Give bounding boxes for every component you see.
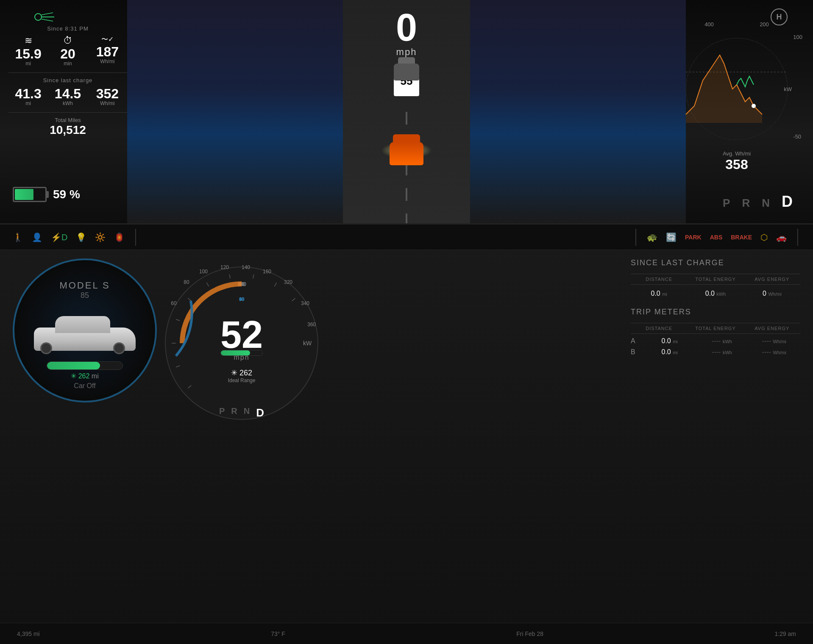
bottom-screen: 🚶 👤 ⚡D 💡 🔆 🏮 🐢 🔄 PARK ABS BRAKE ⬡ 🚗 MODE… [0,225,813,644]
stat-time-unit: min [48,61,87,67]
chart-label-200: 200 [760,21,769,28]
range-text: ✳ 262 mi [71,372,99,380]
stat-time-value: 20 [48,47,87,61]
chart-container: kW [677,30,796,148]
trip-meters-title: TRIP METERS [631,308,800,316]
speedometer: 20 40 60 80 100 120 140 15 30 60 kW 60 [161,263,322,424]
since-charge-label: Since last charge [8,77,127,83]
speed-value: 0 [396,8,417,47]
range-bar-container [47,361,123,370]
charge-val-energy: 0.0 kWh [687,290,743,297]
trip-a-energy: ---- kWh [696,337,748,345]
car-info-circle: MODEL S 85 ✳ 262 mi Car Off [13,258,157,402]
speed-display: 0 mph [396,8,417,58]
range-unit: mi [92,372,99,380]
bottom-info-bar: 4,395 mi 73° F Fri Feb 28 1:29 am [0,623,813,644]
chart-labels-top: 400 200 [669,21,805,28]
car-off-text: Car Off [74,382,95,390]
col-distance: DISTANCE [631,277,687,282]
since-charge-headers: DISTANCE TOTAL ENERGY AVG ENERGY [631,274,800,285]
following-car [394,64,419,80]
speedo-number: 52 [220,316,263,354]
bottom-mileage: 4,395 mi [17,630,40,637]
car-image-area [30,304,140,355]
warn-icon-turtle: 🐢 [647,232,657,242]
col-total-energy: TOTAL ENERGY [687,277,743,282]
total-miles: Total Miles 10,512 [8,117,127,137]
warn-icon-seatbelt: 🚶 [13,232,23,242]
range-icon: ✳ [71,372,78,380]
energy-chart: 400 200 kW 100 -50 [669,21,805,182]
warn-icon-light2: 🔆 [95,232,106,242]
gear-d-active: D [782,193,796,211]
car-visualization [364,55,449,174]
avg-wh-section: Avg. Wh/mi 358 [669,150,805,172]
left-stats-panel: Since 8:31 PM ≋ 15.9 mi ⏱ 20 min 〜✓ 187 … [8,25,127,137]
warn-icon-battery-green: ⚡D [51,232,67,242]
chart-label-100: 100 [793,34,802,40]
avg-wh-label: Avg. Wh/mi [669,150,805,157]
time-icon: ⏱ [48,35,87,46]
stat-efficiency: 〜✓ 187 Wh/mi [88,35,127,67]
since-charge-data-row: 0.0 mi 0.0 kWh 0 Wh/mi [631,288,800,299]
stat-efficiency-value: 187 [88,45,127,58]
trip-row-b: B 0.0 mi ---- kWh ---- Wh/mi [631,348,800,356]
efficiency-icon: 〜✓ [88,35,127,44]
charge-val-avg: 0 Wh/mi [744,290,800,297]
gear-b-p: P [219,406,225,419]
range-bar-fill [47,362,100,369]
bottom-time: 1:29 am [774,630,796,637]
stat-distance-unit: mi [8,61,48,67]
battery-section: 59 % [13,187,80,202]
charge-distance-unit: mi [8,100,48,106]
divider-2 [8,112,127,113]
charge-unit-avg: Wh/mi [768,291,781,297]
gear-p: P [723,197,733,210]
charge-distance-value: 41.3 [8,87,48,100]
trip-b-avg: ---- Wh/mi [748,348,800,356]
charge-energy: 14.5 kWh [48,87,87,106]
gear-b-n: N [244,406,250,419]
svg-marker-7 [686,55,762,123]
warn-icon-brake: BRAKE [731,234,752,241]
divider-1 [8,72,127,73]
bottom-temp: 73° F [271,630,285,637]
warn-separator-2 [635,229,636,246]
right-stats-panel: SINCE LAST CHARGE DISTANCE TOTAL ENERGY … [631,258,800,364]
chart-label-neg50: -50 [793,133,802,140]
trip-headers: DISTANCE TOTAL ENERGY AVG ENERGY [631,323,800,334]
trip-col-total-energy: TOTAL ENERGY [687,326,743,331]
gear-n: N [762,197,773,210]
tesla-wheel-front [113,342,125,354]
trip-a-avg: ---- Wh/mi [748,337,800,345]
warn-separator-3 [797,229,798,246]
svg-text:360: 360 [307,322,316,328]
chart-labels-right: 100 -50 [793,34,802,140]
battery-fill [15,189,33,200]
svg-point-8 [752,104,756,108]
trip-b-cells: 0.0 mi ---- kWh ---- Wh/mi [643,348,800,356]
svg-text:160: 160 [263,269,271,275]
charge-val-distance: 0.0 mi [631,290,687,297]
battery-icon [13,187,47,202]
battery-percent: 59 % [53,188,80,201]
total-miles-label: Total Miles [8,117,127,123]
warn-icon-airbag: 👤 [32,232,42,242]
svg-text:140: 140 [242,264,250,270]
tesla-wheel-rear [40,342,52,354]
charge-unit-distance: mi [662,291,667,297]
trip-a-label: A [631,337,643,345]
kw-label: kW [784,86,792,92]
svg-text:340: 340 [301,300,309,306]
trip-meters-table: DISTANCE TOTAL ENERGY AVG ENERGY A 0.0 m… [631,323,800,356]
gear-selector: P R N D [723,193,796,211]
range-value: 262 [78,372,90,380]
trip-col-avg-energy: AVG ENERGY [744,326,800,331]
model-name: MODEL S [59,280,110,291]
svg-text:kW: kW [303,340,312,347]
svg-text:60: 60 [171,300,177,306]
warn-icon-stability: 🚗 [776,232,787,242]
trip-a-distance: 0.0 mi [643,337,696,345]
battery-bar-fill [221,350,250,355]
charge-efficiency: 352 Wh/mi [88,87,127,106]
